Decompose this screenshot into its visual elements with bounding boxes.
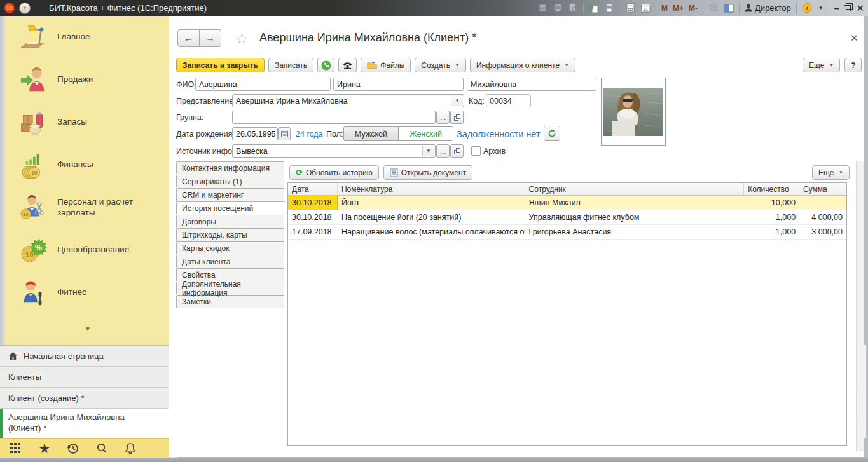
sections-more-arrow-icon[interactable]: ▼: [85, 325, 91, 332]
save-button[interactable]: Записать: [268, 58, 313, 72]
group-field[interactable]: [232, 111, 436, 124]
cell-date[interactable]: 30.10.2018: [288, 196, 338, 210]
column-header-date[interactable]: Дата: [288, 183, 338, 195]
help-button[interactable]: ?: [844, 58, 862, 72]
tab-contact-info[interactable]: Контактная информация: [176, 161, 284, 175]
sections-scrollbar[interactable]: [0, 16, 5, 345]
memory-m-button[interactable]: M: [661, 4, 668, 13]
age-link[interactable]: 24 года: [296, 130, 323, 139]
files-button[interactable]: Файлы: [361, 58, 411, 72]
form-scrollbar[interactable]: [856, 161, 864, 451]
app-logo-1c-icon[interactable]: 1С: [4, 3, 15, 13]
source-open-button[interactable]: [450, 144, 464, 158]
main-menu-dropdown[interactable]: ▼: [19, 3, 31, 14]
cell-nomenclature[interactable]: Наращивание волос (материалы оплачиваютс…: [338, 225, 525, 239]
info-icon[interactable]: i: [802, 3, 812, 13]
sidebar-item-main[interactable]: Главное: [5, 16, 169, 58]
call-green-phone-button[interactable]: [317, 58, 334, 72]
sidebar-item-finance[interactable]: 10 Финансы: [5, 144, 169, 186]
print-icon[interactable]: [553, 3, 563, 13]
sidebar-item-hr-payroll[interactable]: 10 Персонал и расчет зарплаты: [5, 186, 169, 229]
refresh-history-button[interactable]: ⟳Обновить историю: [289, 165, 379, 180]
cell-date[interactable]: 17.09.2018: [288, 225, 338, 239]
calculator-icon[interactable]: [625, 3, 635, 13]
minimize-button[interactable]: –: [834, 4, 839, 13]
sidebar-item-fitness[interactable]: Фитнес: [5, 271, 169, 314]
window-item-clients[interactable]: Клиенты: [0, 367, 169, 388]
create-button[interactable]: Создать▼: [415, 58, 466, 72]
gender-male-button[interactable]: Мужской: [344, 127, 399, 140]
column-header-nomenclature[interactable]: Номенклатура: [338, 183, 525, 195]
sidebar-item-sales[interactable]: Продажи: [5, 58, 169, 101]
cell-quantity[interactable]: 1,000: [744, 210, 799, 224]
presentation-field[interactable]: Авершина Ирина Михайловна▼: [232, 94, 464, 107]
back-arrow-button[interactable]: ←: [177, 29, 200, 47]
birth-date-field[interactable]: 26.05.1995: [232, 127, 278, 140]
current-user[interactable]: Директор: [745, 3, 791, 13]
source-select-button[interactable]: ...: [436, 144, 450, 158]
calendar-picker-button[interactable]: [278, 127, 291, 140]
table-row[interactable]: 17.09.2018 Наращивание волос (материалы …: [288, 225, 846, 240]
window-item-new-client[interactable]: Клиент (создание) *: [0, 388, 169, 409]
phone-book-button[interactable]: [338, 58, 357, 72]
middle-name-field[interactable]: Михайловна: [467, 78, 596, 91]
tab-barcodes-cards[interactable]: Штрихкоды, карты: [176, 228, 284, 241]
cell-employee[interactable]: Григорьева Анастасия: [525, 225, 745, 239]
notifications-bell-icon[interactable]: [123, 442, 137, 456]
split-window-icon[interactable]: [724, 3, 734, 13]
favorites-star-icon[interactable]: ★: [38, 442, 52, 456]
restore-button[interactable]: [844, 5, 851, 11]
forward-arrow-button[interactable]: →: [200, 29, 221, 47]
sidebar-item-pricing[interactable]: 10% Ценообразование: [5, 229, 169, 271]
client-info-button[interactable]: Информация о клиенте▼: [470, 58, 575, 72]
column-header-sum[interactable]: Сумма: [799, 183, 846, 195]
calendar-icon[interactable]: 31: [640, 3, 651, 13]
post-document-icon[interactable]: [589, 3, 599, 13]
print-preview-icon[interactable]: [568, 3, 578, 13]
cell-sum[interactable]: [799, 196, 846, 210]
more-button[interactable]: Еще▼: [803, 58, 840, 72]
history-more-button[interactable]: Еще▼: [812, 165, 850, 180]
column-header-employee[interactable]: Сотрудник: [525, 183, 745, 195]
tab-client-dates[interactable]: Даты клиента: [176, 255, 284, 268]
dropdown-button[interactable]: ▼: [451, 95, 463, 106]
memory-mplus-button[interactable]: M+: [673, 4, 684, 13]
tab-visit-history[interactable]: История посещений: [176, 201, 285, 215]
window-item-home[interactable]: Начальная страница: [0, 346, 169, 367]
code-field[interactable]: 00034: [486, 94, 531, 107]
history-clock-icon[interactable]: [66, 442, 80, 456]
table-row[interactable]: 30.10.2018 Йога Яшин Михаил 10,000: [288, 196, 846, 210]
column-header-quantity[interactable]: Количество: [744, 183, 799, 195]
gender-female-button[interactable]: Женский: [399, 127, 453, 140]
open-document-button[interactable]: Открыть документ: [383, 165, 472, 180]
last-name-field[interactable]: Авершина: [195, 78, 331, 91]
client-photo[interactable]: [601, 78, 666, 146]
window-item-client-avershina[interactable]: Авершина Ирина Михайловна (Клиент) *: [0, 409, 169, 438]
table-row[interactable]: 30.10.2018 На посещение йоги (20 занятий…: [288, 210, 846, 225]
cell-sum[interactable]: 4 000,00: [799, 210, 846, 224]
tab-discount-cards[interactable]: Карты скидок: [176, 241, 284, 255]
cell-nomenclature[interactable]: Йога: [338, 196, 525, 210]
source-field[interactable]: Вывеска▼: [232, 144, 436, 158]
tab-contracts[interactable]: Договоры: [176, 215, 284, 228]
tab-crm-marketing[interactable]: CRM и маркетинг: [176, 188, 284, 201]
zoom-icon[interactable]: [708, 3, 719, 13]
debt-refresh-button[interactable]: [544, 126, 560, 141]
all-functions-grid-icon[interactable]: [9, 442, 23, 456]
cell-sum[interactable]: 3 000,00: [799, 225, 846, 239]
info-dropdown-caret[interactable]: ▼: [818, 5, 823, 11]
memory-mminus-button[interactable]: M-: [689, 4, 698, 13]
debt-status-text[interactable]: Задолженности нет: [457, 129, 541, 139]
group-open-button[interactable]: [450, 111, 464, 124]
sidebar-item-inventory[interactable]: Запасы: [5, 101, 169, 144]
cell-employee[interactable]: Управляющая фитнес клубом: [525, 210, 745, 224]
tab-certificates[interactable]: Сертификаты (1): [176, 175, 284, 188]
cell-quantity[interactable]: 1,000: [744, 225, 799, 239]
cell-date[interactable]: 30.10.2018: [288, 210, 338, 224]
archive-checkbox[interactable]: [471, 146, 481, 156]
cell-quantity[interactable]: 10,000: [744, 196, 799, 210]
search-icon[interactable]: [95, 442, 109, 456]
print-document-icon[interactable]: [604, 3, 614, 13]
group-select-button[interactable]: ...: [436, 111, 450, 124]
save-icon[interactable]: [537, 3, 548, 13]
